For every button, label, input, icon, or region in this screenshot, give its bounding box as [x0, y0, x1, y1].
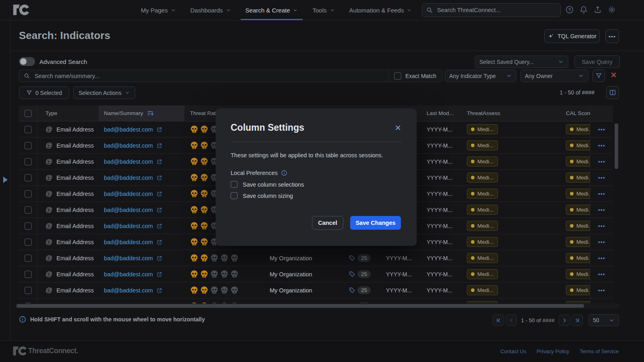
- save-column-selections-option[interactable]: Save column selections: [231, 181, 304, 188]
- row-more-icon[interactable]: •••: [598, 239, 605, 245]
- footer-link-privacy-policy[interactable]: Privacy Policy: [537, 348, 569, 354]
- filter-button[interactable]: [592, 70, 605, 82]
- cancel-button[interactable]: Cancel: [312, 216, 343, 230]
- row-more-icon[interactable]: •••: [598, 175, 605, 181]
- external-link-icon[interactable]: [156, 271, 163, 278]
- page-size-select[interactable]: 50: [588, 314, 619, 326]
- row-checkbox[interactable]: [25, 142, 32, 149]
- external-link-icon[interactable]: [156, 255, 163, 261]
- pagination-last-button[interactable]: [572, 315, 583, 326]
- indicator-link[interactable]: bad@baddest.com: [104, 239, 153, 245]
- horizontal-scrollbar-thumb[interactable]: [17, 304, 584, 308]
- global-search-input[interactable]: [436, 6, 556, 14]
- external-link-icon[interactable]: [156, 126, 163, 133]
- modal-close-icon[interactable]: ✕: [394, 124, 401, 132]
- tag-count-badge[interactable]: 25: [357, 254, 371, 262]
- select-all-checkbox[interactable]: [25, 110, 32, 117]
- threatconnect-logo-icon[interactable]: [13, 4, 29, 15]
- row-checkbox[interactable]: [25, 206, 32, 214]
- row-checkbox[interactable]: [25, 239, 32, 246]
- indicator-link[interactable]: bad@baddest.com: [104, 271, 153, 278]
- external-link-icon[interactable]: [156, 158, 163, 165]
- footer-link-terms-of-service[interactable]: Terms of Service: [580, 348, 619, 354]
- row-more-icon[interactable]: •••: [598, 255, 605, 261]
- row-checkbox[interactable]: [25, 174, 32, 181]
- nav-item-tools[interactable]: Tools: [312, 0, 334, 20]
- row-checkbox[interactable]: [25, 255, 32, 262]
- pagination-first-button[interactable]: [493, 315, 504, 326]
- row-more-icon[interactable]: •••: [598, 287, 605, 293]
- tql-generator-button[interactable]: TQL Generator: [544, 29, 600, 43]
- row-more-icon[interactable]: •••: [598, 271, 605, 277]
- header-cal-score[interactable]: CAL Score: [563, 105, 590, 121]
- save-column-selections-checkbox[interactable]: [231, 181, 237, 188]
- nav-item-search-create[interactable]: Search & Create: [246, 0, 298, 20]
- row-checkbox[interactable]: [25, 126, 32, 133]
- external-link-icon[interactable]: [156, 142, 163, 149]
- external-link-icon[interactable]: [156, 175, 163, 181]
- indicator-link[interactable]: bad@baddest.com: [104, 207, 153, 213]
- vertical-scrollbar[interactable]: [615, 122, 618, 305]
- tag-count-badge[interactable]: 25: [357, 270, 371, 278]
- save-column-sizing-option[interactable]: Save column sizing: [231, 192, 293, 199]
- selection-actions-button[interactable]: Selection Actions: [73, 86, 135, 99]
- nav-item-dashboards[interactable]: Dashboards: [190, 0, 231, 20]
- indicator-type-select[interactable]: Any Indicator Type: [445, 70, 516, 82]
- indicator-link[interactable]: bad@baddest.com: [104, 255, 153, 261]
- row-checkbox[interactable]: [25, 222, 32, 230]
- advanced-search-toggle[interactable]: [19, 57, 35, 66]
- pagination-prev-button[interactable]: [506, 315, 517, 326]
- notifications-icon[interactable]: [579, 5, 588, 14]
- external-link-icon[interactable]: [156, 287, 163, 294]
- column-settings-button[interactable]: [606, 86, 619, 99]
- indicator-link[interactable]: bad@baddest.com: [104, 175, 153, 181]
- row-more-icon[interactable]: •••: [598, 158, 605, 165]
- external-link-icon[interactable]: [156, 223, 163, 229]
- indicator-link[interactable]: bad@baddest.com: [104, 223, 153, 229]
- indicator-link[interactable]: bad@baddest.com: [104, 191, 153, 197]
- row-more-icon[interactable]: •••: [598, 126, 605, 132]
- row-checkbox[interactable]: [25, 190, 32, 197]
- header-last-modified[interactable]: Last Mod...: [419, 105, 464, 121]
- row-checkbox[interactable]: [25, 271, 32, 278]
- owner-select[interactable]: Any Owner: [520, 70, 588, 82]
- external-link-icon[interactable]: [156, 191, 163, 197]
- indicator-link[interactable]: bad@baddest.com: [104, 142, 153, 149]
- row-more-icon[interactable]: •••: [598, 223, 605, 229]
- row-more-icon[interactable]: •••: [598, 142, 605, 148]
- nav-item-automation-feeds[interactable]: Automation & Feeds: [349, 0, 412, 20]
- nav-item-my-pages[interactable]: My Pages: [141, 0, 176, 20]
- settings-icon[interactable]: [607, 5, 616, 14]
- header-threatassess[interactable]: ThreatAssess: [464, 105, 563, 121]
- vertical-scrollbar-thumb[interactable]: [615, 123, 618, 169]
- indicator-link[interactable]: bad@baddest.com: [104, 158, 153, 165]
- save-changes-button[interactable]: Save Changes: [350, 216, 401, 230]
- table-search-input[interactable]: [34, 72, 384, 80]
- exact-match-option[interactable]: Exact Match: [389, 70, 442, 82]
- external-link-icon[interactable]: [156, 239, 163, 245]
- save-column-sizing-checkbox[interactable]: [231, 192, 237, 199]
- help-icon[interactable]: ?: [565, 5, 574, 14]
- indicator-link[interactable]: bad@baddest.com: [104, 287, 153, 294]
- header-name-summary[interactable]: Name/Summary: [99, 105, 184, 121]
- clear-filters-button[interactable]: ✕: [607, 69, 620, 81]
- saved-query-select[interactable]: Select Saved Query...: [475, 56, 568, 68]
- row-more-icon[interactable]: •••: [598, 207, 605, 213]
- panel-expand-arrow[interactable]: [3, 177, 8, 183]
- pagination-next-button[interactable]: [559, 315, 570, 326]
- external-link-icon[interactable]: [156, 207, 163, 213]
- page-more-button[interactable]: •••: [605, 29, 619, 43]
- row-checkbox[interactable]: [25, 158, 32, 165]
- info-icon[interactable]: [281, 170, 287, 176]
- row-checkbox[interactable]: [25, 287, 32, 294]
- share-icon[interactable]: [593, 5, 602, 14]
- footer-link-contact-us[interactable]: Contact Us: [500, 348, 526, 354]
- tag-count-badge[interactable]: 25: [357, 286, 371, 294]
- exact-match-checkbox[interactable]: [394, 72, 401, 80]
- row-more-icon[interactable]: •••: [598, 191, 605, 197]
- horizontal-scrollbar[interactable]: [15, 303, 620, 309]
- header-type[interactable]: Type: [37, 105, 99, 121]
- indicator-link[interactable]: bad@baddest.com: [104, 126, 153, 133]
- selected-count-button[interactable]: 0 Selected: [19, 86, 69, 99]
- save-query-button[interactable]: Save Query: [574, 56, 620, 68]
